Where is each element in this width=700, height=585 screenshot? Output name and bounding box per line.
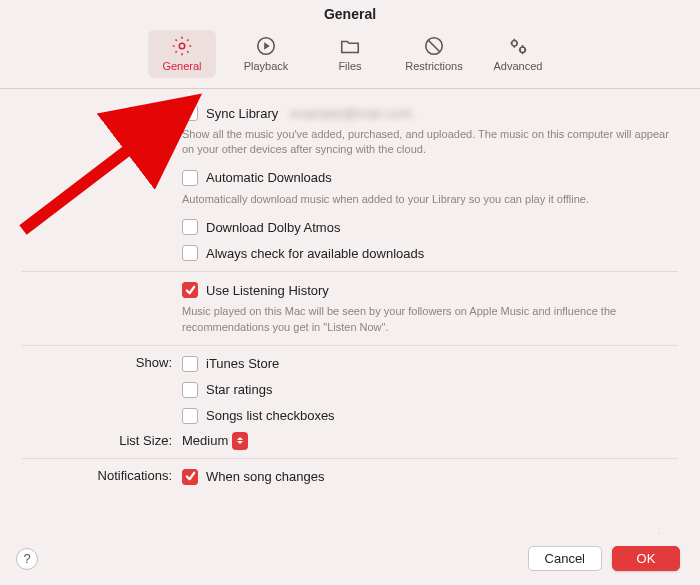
- divider: [22, 271, 678, 272]
- folder-icon: [338, 34, 362, 58]
- song-changes-checkbox[interactable]: [182, 469, 198, 485]
- help-button[interactable]: ?: [16, 548, 38, 570]
- list-size-label: List Size:: [22, 432, 182, 448]
- star-ratings-label: Star ratings: [206, 382, 272, 397]
- auto-downloads-checkbox[interactable]: [182, 170, 198, 186]
- tab-label-restrictions: Restrictions: [405, 60, 462, 72]
- window-title: General: [0, 0, 700, 26]
- songs-list-checkbox[interactable]: [182, 408, 198, 424]
- prefs-content: Library: Sync Library example@mail.com S…: [0, 89, 700, 487]
- library-section-label: Library:: [22, 103, 182, 119]
- play-icon: [254, 34, 278, 58]
- star-ratings-checkbox[interactable]: [182, 382, 198, 398]
- show-section-label: Show:: [22, 354, 182, 370]
- tab-files[interactable]: Files: [316, 30, 384, 78]
- songs-list-label: Songs list checkboxes: [206, 408, 335, 423]
- auto-downloads-desc: Automatically download music when added …: [182, 192, 678, 207]
- tab-label-advanced: Advanced: [494, 60, 543, 72]
- listening-history-desc: Music played on this Mac will be seen by…: [182, 304, 678, 335]
- dolby-label: Download Dolby Atmos: [206, 220, 340, 235]
- tab-advanced[interactable]: Advanced: [484, 30, 552, 78]
- always-check-label: Always check for available downloads: [206, 246, 424, 261]
- tab-playback[interactable]: Playback: [232, 30, 300, 78]
- divider: [22, 345, 678, 346]
- footer: ? Cancel OK: [0, 534, 700, 585]
- chevron-updown-icon: [232, 432, 248, 450]
- notifications-label: Notifications:: [22, 467, 182, 483]
- tab-label-playback: Playback: [244, 60, 289, 72]
- listening-history-checkbox[interactable]: [182, 282, 198, 298]
- svg-point-0: [179, 43, 185, 49]
- divider: [22, 458, 678, 459]
- cancel-button[interactable]: Cancel: [528, 546, 602, 571]
- restriction-icon: [422, 34, 446, 58]
- list-size-value: Medium: [182, 433, 228, 448]
- itunes-store-checkbox[interactable]: [182, 356, 198, 372]
- sync-library-checkbox[interactable]: [182, 105, 198, 121]
- tab-general[interactable]: General: [148, 30, 216, 78]
- auto-downloads-label: Automatic Downloads: [206, 170, 332, 185]
- tab-restrictions[interactable]: Restrictions: [400, 30, 468, 78]
- sync-library-label: Sync Library: [206, 106, 278, 121]
- sync-library-desc: Show all the music you've added, purchas…: [182, 127, 678, 158]
- dolby-checkbox[interactable]: [182, 219, 198, 235]
- prefs-tabbar: General Playback Files Restrictions Adva…: [0, 26, 700, 89]
- always-check-checkbox[interactable]: [182, 245, 198, 261]
- gears-icon: [506, 34, 530, 58]
- tab-label-files: Files: [338, 60, 361, 72]
- gear-icon: [170, 34, 194, 58]
- list-size-select[interactable]: Medium: [182, 432, 248, 450]
- sync-library-account: example@mail.com: [290, 106, 412, 121]
- song-changes-label: When song changes: [206, 469, 325, 484]
- itunes-store-label: iTunes Store: [206, 356, 279, 371]
- tab-label-general: General: [162, 60, 201, 72]
- ok-button[interactable]: OK: [612, 546, 680, 571]
- listening-history-label: Use Listening History: [206, 283, 329, 298]
